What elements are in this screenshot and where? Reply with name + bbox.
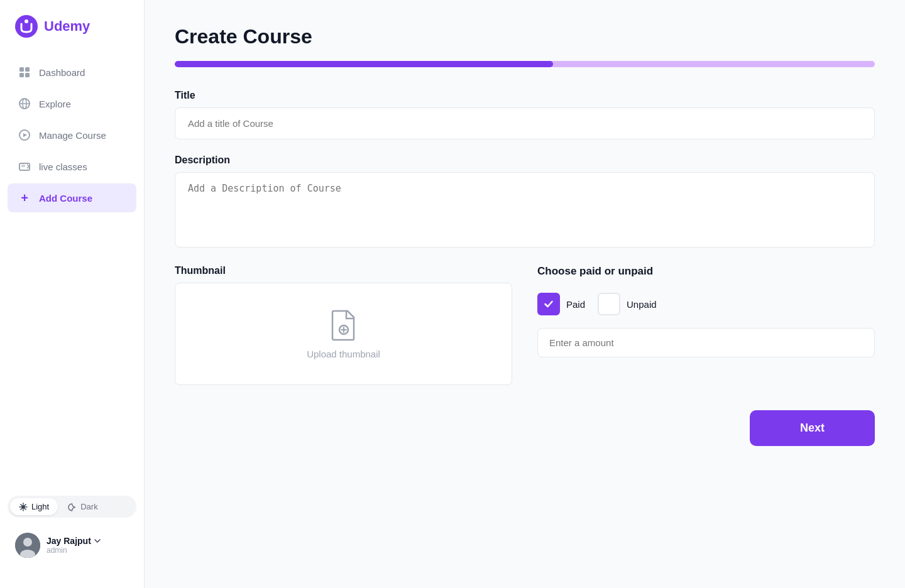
unpaid-option[interactable]: Unpaid (598, 293, 657, 315)
paid-section-label: Choose paid or unpaid (537, 265, 875, 278)
svg-rect-12 (21, 165, 25, 167)
avatar-image (15, 533, 40, 558)
dashboard-icon (18, 65, 31, 79)
sun-icon (19, 503, 28, 511)
svg-line-22 (25, 504, 26, 504)
svg-line-23 (21, 508, 21, 509)
dashboard-label: Dashboard (39, 67, 85, 78)
thumbnail-upload-area[interactable]: Upload thumbnail (175, 283, 512, 385)
paid-label: Paid (566, 299, 585, 310)
checkmark-icon (543, 298, 554, 310)
light-theme-button[interactable]: Light (10, 498, 58, 515)
sidebar-item-explore[interactable]: Explore (8, 89, 136, 118)
svg-rect-2 (19, 67, 24, 72)
description-label: Description (175, 155, 875, 166)
paid-option[interactable]: Paid (537, 293, 585, 315)
paid-section: Choose paid or unpaid Paid Unpaid (537, 265, 875, 385)
svg-line-21 (25, 508, 26, 509)
progress-bar-fill (175, 61, 553, 67)
sidebar-bottom: Light Dark Jay Rajput (0, 486, 144, 573)
title-input[interactable] (175, 107, 875, 139)
svg-marker-10 (23, 133, 27, 137)
user-area[interactable]: Jay Rajput admin (8, 528, 136, 563)
avatar (15, 533, 40, 558)
bottom-bar: Next (175, 410, 875, 446)
chevron-down-icon (94, 537, 101, 545)
checkbox-group: Paid Unpaid (537, 293, 875, 315)
svg-line-14 (27, 166, 29, 168)
title-label: Title (175, 90, 875, 101)
light-theme-label: Light (31, 502, 49, 511)
unpaid-label: Unpaid (627, 299, 657, 310)
svg-rect-4 (19, 73, 24, 77)
svg-line-20 (21, 504, 21, 504)
amount-input[interactable] (537, 328, 875, 357)
svg-rect-3 (25, 67, 30, 72)
next-button[interactable]: Next (750, 410, 875, 446)
thumbnail-section: Thumbnail Upload thumbnail (175, 265, 512, 385)
svg-point-15 (21, 505, 25, 509)
sidebar-item-dashboard[interactable]: Dashboard (8, 58, 136, 87)
thumbnail-label: Thumbnail (175, 265, 512, 276)
page-title: Create Course (175, 25, 875, 48)
svg-point-0 (15, 15, 38, 38)
sidebar-item-add-course[interactable]: + Add Course (8, 183, 136, 212)
svg-point-1 (25, 19, 28, 23)
live-classes-icon (18, 160, 31, 173)
moon-icon (68, 503, 77, 511)
paid-checkbox[interactable] (537, 293, 560, 315)
user-info: Jay Rajput admin (47, 536, 129, 555)
description-section: Description (175, 155, 875, 250)
progress-bar-container (175, 61, 875, 67)
main-content: Create Course Title Description Thumbnai… (145, 0, 905, 588)
udemy-logo-icon (15, 15, 38, 38)
theme-toggle: Light Dark (8, 496, 136, 518)
manage-course-icon (18, 128, 31, 142)
upload-text: Upload thumbnail (307, 349, 380, 359)
sidebar-item-manage-course[interactable]: Manage Course (8, 121, 136, 150)
svg-rect-5 (25, 73, 30, 77)
user-role: admin (47, 546, 129, 555)
app-name: Udemy (44, 18, 90, 35)
upload-icon (329, 308, 359, 341)
svg-point-25 (23, 538, 32, 547)
dark-theme-button[interactable]: Dark (59, 498, 106, 515)
svg-line-13 (27, 165, 29, 166)
thumbnail-paid-row: Thumbnail Upload thumbnail Choose paid o… (175, 265, 875, 385)
user-name: Jay Rajput (47, 536, 129, 546)
navigation: Dashboard Explore Manage Course (0, 58, 144, 486)
add-course-icon: + (18, 191, 31, 205)
unpaid-checkbox[interactable] (598, 293, 620, 315)
explore-icon (18, 97, 31, 111)
sidebar-item-live-classes[interactable]: live classes (8, 152, 136, 181)
dark-theme-label: Dark (80, 502, 97, 511)
explore-label: Explore (39, 99, 71, 109)
logo-area: Udemy (0, 15, 144, 58)
manage-course-label: Manage Course (39, 130, 106, 141)
add-course-label: Add Course (39, 193, 92, 204)
title-section: Title (175, 90, 875, 139)
description-input[interactable] (175, 172, 875, 248)
sidebar: Udemy Dashboard Explore (0, 0, 145, 588)
live-classes-label: live classes (39, 161, 87, 172)
